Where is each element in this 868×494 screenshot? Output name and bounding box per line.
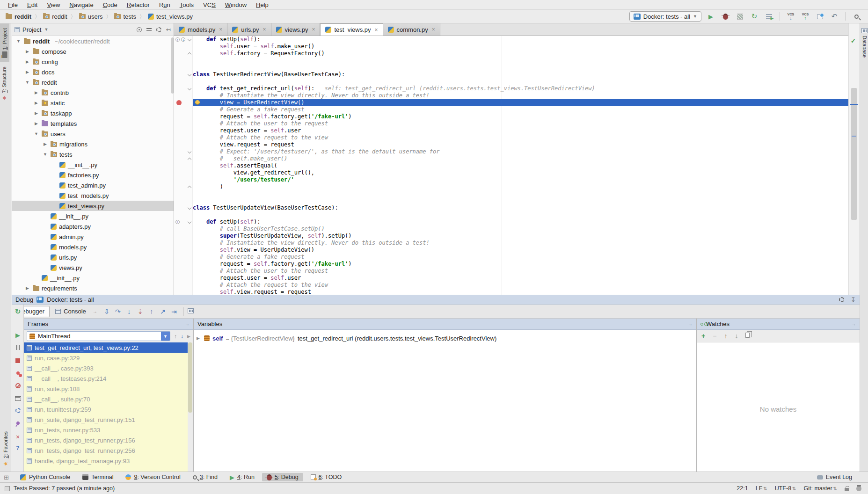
fold-end-icon[interactable] bbox=[188, 158, 191, 161]
mute-breakpoints-button[interactable] bbox=[12, 383, 24, 388]
code-line[interactable]: # Attach the request to the view bbox=[174, 134, 848, 141]
hide-debug-panel-button[interactable]: ↧ bbox=[851, 296, 856, 303]
help-button[interactable]: ? bbox=[12, 445, 24, 451]
editor-tab-common.py[interactable]: common.py× bbox=[383, 23, 440, 36]
editor-gutter[interactable] bbox=[174, 282, 193, 289]
run-configuration-select[interactable]: Docker: tests - all ▼ bbox=[629, 11, 701, 22]
editor-gutter[interactable] bbox=[174, 169, 193, 176]
code-line[interactable]: view.request = request bbox=[174, 141, 848, 148]
frame-row[interactable]: run_tests, django_test_runner.py:256 bbox=[24, 445, 188, 456]
gear-icon[interactable] bbox=[156, 27, 161, 32]
collapse-arrow-icon[interactable]: ▼ bbox=[42, 152, 48, 157]
code-line[interactable]: # Attach the request to the view bbox=[174, 282, 848, 289]
code-line[interactable] bbox=[174, 190, 848, 197]
tree-item-reddit[interactable]: ▼reddit bbox=[12, 77, 174, 87]
tree-item-templates[interactable]: ▶templates bbox=[12, 118, 174, 129]
expand-arrow-icon[interactable]: ▶ bbox=[24, 286, 30, 291]
code-line[interactable]: # self.make_user() bbox=[174, 155, 848, 162]
fold-open-icon[interactable] bbox=[188, 87, 191, 90]
move-watch-up-button[interactable]: ↑ bbox=[724, 332, 727, 340]
menu-code[interactable]: Code bbox=[99, 1, 122, 9]
frame-down-button[interactable]: ↓ bbox=[181, 333, 183, 340]
tree-item-compose[interactable]: ▶compose bbox=[12, 46, 174, 57]
tool-stripe----favorites[interactable]: ★2: Favorites bbox=[1, 427, 10, 472]
profiler-button[interactable] bbox=[764, 11, 774, 22]
editor-gutter[interactable] bbox=[174, 92, 193, 99]
code-line[interactable]: # call BaseUserTestCase.setUp() bbox=[174, 225, 848, 232]
frame-row[interactable]: __call__, testcases.py:214 bbox=[24, 373, 188, 384]
stop-button[interactable] bbox=[12, 358, 24, 363]
editor-gutter[interactable] bbox=[174, 197, 193, 204]
debug-button[interactable] bbox=[720, 11, 730, 22]
add-watch-button[interactable]: + bbox=[701, 332, 705, 340]
fold-open-icon[interactable] bbox=[188, 37, 191, 41]
editor-gutter[interactable] bbox=[174, 127, 193, 134]
pin-tab-button[interactable] bbox=[12, 421, 24, 425]
recent-changes-button[interactable] bbox=[815, 11, 825, 22]
editor-gutter[interactable] bbox=[174, 211, 193, 218]
revert-button[interactable]: ↶ bbox=[829, 11, 839, 22]
rerun-button[interactable]: ↻ bbox=[12, 307, 24, 316]
editor-gutter[interactable] bbox=[174, 254, 193, 261]
tree-item-test_models.py[interactable]: test_models.py bbox=[12, 190, 174, 201]
editor-gutter[interactable] bbox=[174, 204, 193, 211]
step-into-button[interactable]: ↓ bbox=[124, 308, 135, 315]
tree-item-static[interactable]: ▶static bbox=[12, 98, 174, 108]
tool-window-button-run[interactable]: ▶4: Run bbox=[225, 473, 259, 482]
collapse-arrow-icon[interactable]: ▼ bbox=[24, 80, 30, 85]
fold-open-icon[interactable] bbox=[188, 220, 191, 224]
fold-open-icon[interactable] bbox=[188, 73, 191, 76]
code-line[interactable] bbox=[174, 57, 848, 64]
expand-arrow-icon[interactable]: ▶ bbox=[24, 59, 30, 64]
duplicate-watch-button[interactable] bbox=[745, 333, 750, 339]
frames-scrollbar[interactable] bbox=[188, 342, 192, 413]
editor-gutter[interactable] bbox=[174, 162, 193, 169]
move-watch-down-button[interactable]: ↓ bbox=[735, 332, 738, 340]
code-line[interactable]: super(TestUserUpdateView, self).setUp() bbox=[174, 232, 848, 240]
code-line[interactable] bbox=[174, 197, 848, 204]
search-everywhere-button[interactable] bbox=[851, 11, 861, 22]
fold-end-icon[interactable] bbox=[188, 52, 191, 56]
restore-layout-button[interactable] bbox=[12, 396, 24, 401]
code-line[interactable]: request.user = self.user bbox=[174, 127, 848, 134]
editor-gutter[interactable] bbox=[174, 261, 193, 268]
float-icon[interactable]: → bbox=[185, 321, 190, 327]
code-line[interactable]: request = self.factory.get('/fake-url') bbox=[174, 261, 848, 268]
float-icon[interactable]: → bbox=[93, 309, 97, 314]
code-line[interactable]: self.user = self.make_user() bbox=[174, 43, 848, 50]
run-to-cursor-button[interactable]: ⇥ bbox=[168, 308, 180, 315]
editor-gutter[interactable] bbox=[174, 120, 193, 127]
event-log-button[interactable]: Event Log bbox=[812, 473, 857, 481]
tree-item-__init__.py[interactable]: __init__.py bbox=[12, 211, 174, 221]
tree-item-adapters.py[interactable]: adapters.py bbox=[12, 221, 174, 232]
project-view-select[interactable]: Project ▼ bbox=[15, 26, 48, 33]
step-out-button[interactable]: ↑ bbox=[146, 308, 157, 315]
close-icon[interactable]: × bbox=[431, 26, 435, 33]
implement-marker-icon[interactable]: ↓ bbox=[181, 37, 185, 42]
editor-gutter[interactable] bbox=[174, 99, 193, 106]
tree-item-test_admin.py[interactable]: test_admin.py bbox=[12, 180, 174, 190]
variable-row[interactable]: ▶self= {TestUserRedirectView}test_get_re… bbox=[197, 334, 696, 343]
override-marker-icon[interactable]: ↑ bbox=[175, 37, 180, 42]
code-line[interactable]: # Expect: '/users/testuser/', as that is… bbox=[174, 148, 848, 155]
menu-help[interactable]: Help bbox=[252, 1, 273, 9]
debug-tab-console[interactable]: Console bbox=[51, 306, 91, 317]
tool-window-button-python-console[interactable]: Python Console bbox=[15, 473, 75, 481]
collapse-all-button[interactable] bbox=[146, 27, 152, 32]
close-icon[interactable]: × bbox=[218, 26, 222, 33]
frame-row[interactable]: run_suite, django_test_runner.py:151 bbox=[24, 414, 188, 425]
code-line[interactable]: ↑ def setUp(self): bbox=[174, 218, 848, 225]
code-line[interactable] bbox=[174, 64, 848, 71]
close-icon[interactable]: × bbox=[262, 26, 266, 33]
tree-item-docs[interactable]: ▶docs bbox=[12, 67, 174, 77]
tree-item-config[interactable]: ▶config bbox=[12, 57, 174, 67]
code-line[interactable]: class TestUserRedirectView(BaseUserTestC… bbox=[174, 71, 848, 78]
tree-item-views.py[interactable]: views.py bbox=[12, 262, 174, 273]
editor-gutter[interactable] bbox=[174, 190, 193, 197]
coverage-button[interactable] bbox=[735, 11, 745, 22]
collapse-arrow-icon[interactable]: ▼ bbox=[15, 39, 22, 44]
code-line[interactable] bbox=[174, 78, 848, 85]
tool-window-button-terminal[interactable]: Terminal bbox=[78, 473, 118, 481]
intention-bulb-icon[interactable] bbox=[195, 100, 200, 105]
tool-window-button-debug[interactable]: 5: Debug bbox=[262, 473, 303, 481]
